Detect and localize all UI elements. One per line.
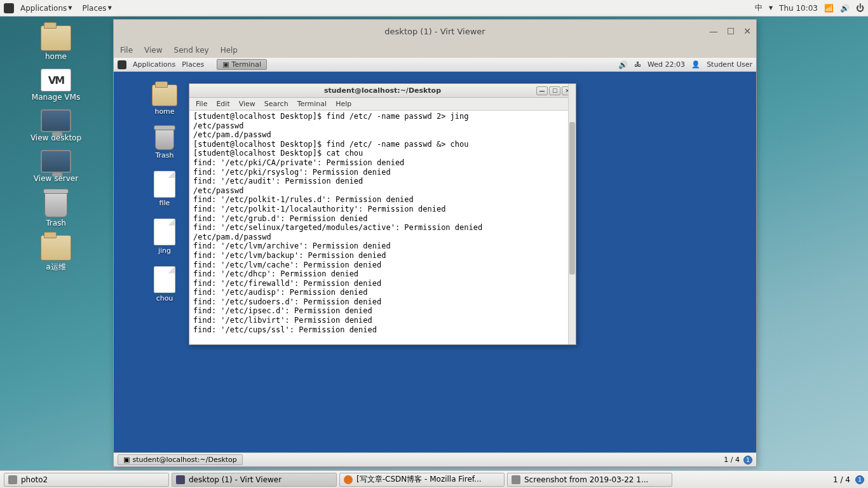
inner-clock[interactable]: Wed 22:03: [648, 60, 685, 69]
desktop-icon-ops-folder[interactable]: a运维: [25, 235, 86, 273]
taskbar-photo2[interactable]: photo2: [4, 473, 169, 487]
maximize-button[interactable]: ☐: [727, 26, 735, 36]
inner-user-menu[interactable]: Student User: [707, 60, 752, 69]
terminal-menu-help[interactable]: Help: [336, 100, 351, 108]
inner-desktop-icon-chou[interactable]: chou: [144, 266, 185, 302]
inner-desktop-icon-trash[interactable]: Trash: [144, 127, 185, 159]
clock[interactable]: Thu 10:03: [779, 4, 818, 13]
close-button[interactable]: ✕: [743, 26, 751, 36]
terminal-menu-edit[interactable]: Edit: [216, 100, 229, 108]
terminal-icon: ▣: [123, 456, 130, 464]
menu-sendkey[interactable]: Send key: [174, 46, 209, 55]
terminal-scrollbar[interactable]: [568, 84, 576, 344]
terminal-menu-file[interactable]: File: [196, 100, 207, 108]
virt-viewer-window: desktop (1) - Virt Viewer — ☐ ✕ File Vie…: [113, 19, 757, 467]
firefox-icon: [344, 475, 353, 484]
menu-file[interactable]: File: [120, 46, 133, 55]
menu-help[interactable]: Help: [220, 46, 238, 55]
desktop-icon-trash[interactable]: Trash: [25, 191, 86, 227]
network-icon[interactable]: [824, 4, 834, 13]
taskbar-virt-viewer[interactable]: desktop (1) - Virt Viewer: [172, 473, 337, 487]
outer-bottom-bar: photo2 desktop (1) - Virt Viewer [写文章-CS…: [0, 470, 868, 488]
monitor-icon: [176, 475, 185, 484]
taskbar-firefox[interactable]: [写文章-CSDN博客 - Mozilla Firef...: [339, 473, 505, 487]
applications-menu[interactable]: Applications ▼: [17, 3, 76, 14]
desktop-icon-view-desktop[interactable]: View desktop: [25, 109, 86, 142]
terminal-titlebar[interactable]: student@localhost:~/Desktop — ☐ ✕: [189, 84, 576, 98]
desktop-icon-view-server[interactable]: View server: [25, 150, 86, 183]
inner-gnome-foot-icon: [118, 60, 126, 69]
terminal-menu-search[interactable]: Search: [264, 100, 288, 108]
inner-workspace-label: 1 / 4: [724, 456, 740, 464]
inner-taskbar-terminal[interactable]: ▣ student@localhost:~/Desktop: [118, 454, 243, 465]
inner-window-list-terminal[interactable]: ▣ Terminal: [217, 59, 267, 70]
terminal-menu-terminal[interactable]: Terminal: [297, 100, 327, 108]
volume-icon[interactable]: [840, 4, 850, 13]
terminal-maximize-button[interactable]: ☐: [549, 86, 560, 95]
window-title: desktop (1) - Virt Viewer: [384, 27, 485, 36]
inner-places-menu[interactable]: Places: [182, 60, 204, 69]
terminal-window: student@localhost:~/Desktop — ☐ ✕ File E…: [189, 83, 576, 345]
inner-network-icon[interactable]: 🖧: [634, 60, 641, 69]
outer-workspace-label: 1 / 4: [833, 475, 850, 484]
terminal-title: student@localhost:~/Desktop: [324, 86, 441, 95]
inner-desktop[interactable]: home Trash file jing chou student@localh…: [114, 72, 756, 452]
desktop-icon-home[interactable]: home: [25, 25, 86, 61]
terminal-menu-view[interactable]: View: [239, 100, 255, 108]
outer-workspace-switcher[interactable]: 1: [855, 475, 864, 484]
terminal-icon: ▣: [222, 60, 229, 69]
terminal-menubar: File Edit View Search Terminal Help: [189, 98, 576, 111]
terminal-output[interactable]: [student@localhost Desktop]$ find /etc/ …: [189, 111, 576, 344]
inner-top-bar: Applications Places ▣ Terminal 🖧 Wed 22:…: [114, 58, 756, 72]
outer-desktop-icons: home VMManage VMs View desktop View serv…: [25, 25, 86, 273]
desktop-icon-manage-vms[interactable]: VMManage VMs: [25, 69, 86, 102]
inner-bottom-bar: ▣ student@localhost:~/Desktop 1 / 4 1: [114, 452, 756, 466]
scrollbar-thumb[interactable]: [569, 122, 575, 274]
image-icon: [512, 475, 520, 484]
gnome-foot-icon: [4, 3, 14, 13]
taskbar-screenshot[interactable]: Screenshot from 2019-03-22 1...: [507, 473, 672, 487]
inner-user-icon: 👤: [691, 60, 700, 69]
inner-workspace-switcher[interactable]: 1: [743, 456, 752, 464]
places-menu[interactable]: Places ▼: [78, 3, 115, 14]
outer-top-bar: Applications ▼ Places ▼ 中▼ Thu 10:03: [0, 0, 868, 17]
virt-viewer-titlebar[interactable]: desktop (1) - Virt Viewer — ☐ ✕: [114, 20, 756, 43]
image-viewer-icon: [8, 475, 17, 484]
ime-indicator[interactable]: 中: [755, 3, 763, 13]
inner-desktop-icon-jing[interactable]: jing: [144, 219, 185, 255]
virt-viewer-viewport[interactable]: Applications Places ▣ Terminal 🖧 Wed 22:…: [114, 58, 756, 466]
menu-view[interactable]: View: [144, 46, 162, 55]
virt-viewer-menubar: File View Send key Help: [114, 43, 756, 58]
inner-volume-icon[interactable]: [618, 60, 628, 69]
inner-applications-menu[interactable]: Applications: [133, 60, 175, 69]
inner-desktop-icon-file[interactable]: file: [144, 171, 185, 207]
terminal-minimize-button[interactable]: —: [536, 86, 548, 95]
minimize-button[interactable]: —: [709, 26, 718, 36]
inner-desktop-icon-home[interactable]: home: [144, 85, 185, 116]
power-icon[interactable]: [856, 3, 864, 13]
